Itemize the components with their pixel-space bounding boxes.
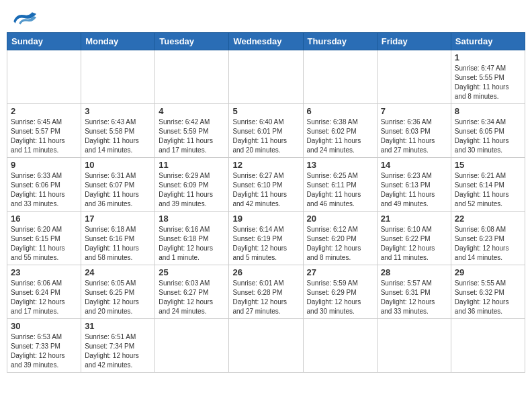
day-number: 9 — [11, 160, 77, 170]
calendar-cell: 30Sunrise: 6:53 AM Sunset: 7:33 PM Dayli… — [7, 319, 81, 373]
header — [7, 7, 525, 28]
day-number: 18 — [159, 214, 225, 224]
day-number: 3 — [85, 106, 151, 116]
calendar-cell: 10Sunrise: 6:31 AM Sunset: 6:07 PM Dayli… — [81, 158, 155, 212]
calendar-cell: 17Sunrise: 6:18 AM Sunset: 6:16 PM Dayli… — [81, 212, 155, 265]
calendar-cell — [303, 319, 377, 373]
weekday-header-thursday: Thursday — [303, 33, 377, 50]
day-info: Sunrise: 6:25 AM Sunset: 6:11 PM Dayligh… — [307, 171, 373, 209]
calendar-cell: 5Sunrise: 6:40 AM Sunset: 6:01 PM Daylig… — [229, 104, 303, 158]
calendar-cell: 1Sunrise: 6:47 AM Sunset: 5:55 PM Daylig… — [451, 50, 525, 104]
day-number: 16 — [11, 214, 77, 224]
day-info: Sunrise: 6:23 AM Sunset: 6:13 PM Dayligh… — [381, 171, 447, 209]
day-number: 2 — [11, 106, 77, 116]
day-info: Sunrise: 6:03 AM Sunset: 6:27 PM Dayligh… — [159, 279, 225, 316]
day-number: 1 — [455, 52, 521, 62]
day-number: 5 — [232, 106, 299, 116]
calendar-cell: 23Sunrise: 6:06 AM Sunset: 6:24 PM Dayli… — [7, 265, 81, 319]
day-number: 8 — [455, 106, 521, 116]
day-info: Sunrise: 6:40 AM Sunset: 6:01 PM Dayligh… — [232, 118, 299, 155]
day-number: 17 — [85, 214, 151, 224]
day-number: 30 — [11, 321, 77, 331]
weekday-header-saturday: Saturday — [451, 33, 525, 50]
day-number: 29 — [455, 267, 521, 277]
day-info: Sunrise: 6:21 AM Sunset: 6:14 PM Dayligh… — [455, 171, 521, 209]
day-info: Sunrise: 6:06 AM Sunset: 6:24 PM Dayligh… — [11, 279, 77, 316]
calendar-cell — [377, 319, 451, 373]
day-number: 25 — [159, 267, 225, 277]
week-row-3: 9Sunrise: 6:33 AM Sunset: 6:06 PM Daylig… — [7, 158, 525, 212]
calendar-cell: 20Sunrise: 6:12 AM Sunset: 6:20 PM Dayli… — [303, 212, 377, 265]
day-info: Sunrise: 6:10 AM Sunset: 6:22 PM Dayligh… — [381, 225, 447, 263]
day-number: 13 — [307, 160, 373, 170]
day-info: Sunrise: 6:36 AM Sunset: 6:03 PM Dayligh… — [381, 118, 447, 155]
day-info: Sunrise: 6:45 AM Sunset: 5:57 PM Dayligh… — [11, 118, 77, 155]
day-info: Sunrise: 5:57 AM Sunset: 6:31 PM Dayligh… — [381, 279, 447, 316]
week-row-6: 30Sunrise: 6:53 AM Sunset: 7:33 PM Dayli… — [7, 319, 525, 373]
calendar-cell: 21Sunrise: 6:10 AM Sunset: 6:22 PM Dayli… — [377, 212, 451, 265]
day-info: Sunrise: 6:34 AM Sunset: 6:05 PM Dayligh… — [455, 118, 521, 155]
day-info: Sunrise: 6:47 AM Sunset: 5:55 PM Dayligh… — [455, 64, 521, 101]
calendar-cell: 12Sunrise: 6:27 AM Sunset: 6:10 PM Dayli… — [229, 158, 303, 212]
day-info: Sunrise: 6:08 AM Sunset: 6:23 PM Dayligh… — [455, 225, 521, 263]
weekday-header-monday: Monday — [81, 33, 155, 50]
calendar-cell: 25Sunrise: 6:03 AM Sunset: 6:27 PM Dayli… — [155, 265, 229, 319]
day-number: 14 — [381, 160, 447, 170]
calendar-cell — [229, 319, 303, 373]
day-number: 31 — [85, 321, 151, 331]
calendar-cell: 6Sunrise: 6:38 AM Sunset: 6:02 PM Daylig… — [303, 104, 377, 158]
weekday-header-sunday: Sunday — [7, 33, 81, 50]
day-number: 10 — [85, 160, 151, 170]
calendar-cell: 2Sunrise: 6:45 AM Sunset: 5:57 PM Daylig… — [7, 104, 81, 158]
day-number: 6 — [307, 106, 373, 116]
day-number: 27 — [307, 267, 373, 277]
day-number: 15 — [455, 160, 521, 170]
day-info: Sunrise: 6:31 AM Sunset: 6:07 PM Dayligh… — [85, 171, 151, 209]
calendar-cell: 28Sunrise: 5:57 AM Sunset: 6:31 PM Dayli… — [377, 265, 451, 319]
calendar: SundayMondayTuesdayWednesdayThursdayFrid… — [7, 32, 525, 373]
day-info: Sunrise: 6:51 AM Sunset: 7:34 PM Dayligh… — [85, 332, 151, 370]
calendar-cell — [451, 319, 525, 373]
day-number: 11 — [159, 160, 225, 170]
week-row-1: 1Sunrise: 6:47 AM Sunset: 5:55 PM Daylig… — [7, 50, 525, 104]
day-info: Sunrise: 6:01 AM Sunset: 6:28 PM Dayligh… — [232, 279, 299, 316]
weekday-header-tuesday: Tuesday — [155, 33, 229, 50]
calendar-cell: 7Sunrise: 6:36 AM Sunset: 6:03 PM Daylig… — [377, 104, 451, 158]
calendar-cell: 24Sunrise: 6:05 AM Sunset: 6:25 PM Dayli… — [81, 265, 155, 319]
day-info: Sunrise: 6:27 AM Sunset: 6:10 PM Dayligh… — [232, 171, 299, 209]
calendar-cell — [81, 50, 155, 104]
calendar-cell — [7, 50, 81, 104]
weekday-header-friday: Friday — [377, 33, 451, 50]
day-number: 20 — [307, 214, 373, 224]
calendar-cell — [303, 50, 377, 104]
weekday-header-row: SundayMondayTuesdayWednesdayThursdayFrid… — [7, 33, 525, 50]
calendar-cell — [155, 50, 229, 104]
calendar-cell: 19Sunrise: 6:14 AM Sunset: 6:19 PM Dayli… — [229, 212, 303, 265]
calendar-cell — [377, 50, 451, 104]
day-info: Sunrise: 6:33 AM Sunset: 6:06 PM Dayligh… — [11, 171, 77, 209]
day-number: 4 — [159, 106, 225, 116]
week-row-2: 2Sunrise: 6:45 AM Sunset: 5:57 PM Daylig… — [7, 104, 525, 158]
calendar-cell — [155, 319, 229, 373]
day-number: 26 — [232, 267, 299, 277]
day-info: Sunrise: 6:16 AM Sunset: 6:18 PM Dayligh… — [159, 225, 225, 263]
day-info: Sunrise: 6:12 AM Sunset: 6:20 PM Dayligh… — [307, 225, 373, 263]
day-info: Sunrise: 6:53 AM Sunset: 7:33 PM Dayligh… — [11, 332, 77, 370]
day-info: Sunrise: 6:14 AM Sunset: 6:19 PM Dayligh… — [232, 225, 299, 263]
logo — [11, 9, 38, 26]
calendar-cell: 8Sunrise: 6:34 AM Sunset: 6:05 PM Daylig… — [451, 104, 525, 158]
week-row-4: 16Sunrise: 6:20 AM Sunset: 6:15 PM Dayli… — [7, 212, 525, 265]
day-number: 24 — [85, 267, 151, 277]
day-number: 22 — [455, 214, 521, 224]
day-info: Sunrise: 5:59 AM Sunset: 6:29 PM Dayligh… — [307, 279, 373, 316]
calendar-cell: 9Sunrise: 6:33 AM Sunset: 6:06 PM Daylig… — [7, 158, 81, 212]
day-number: 7 — [381, 106, 447, 116]
calendar-cell: 29Sunrise: 5:55 AM Sunset: 6:32 PM Dayli… — [451, 265, 525, 319]
calendar-cell: 27Sunrise: 5:59 AM Sunset: 6:29 PM Dayli… — [303, 265, 377, 319]
calendar-cell: 26Sunrise: 6:01 AM Sunset: 6:28 PM Dayli… — [229, 265, 303, 319]
day-info: Sunrise: 6:43 AM Sunset: 5:58 PM Dayligh… — [85, 118, 151, 155]
day-info: Sunrise: 6:20 AM Sunset: 6:15 PM Dayligh… — [11, 225, 77, 263]
calendar-cell: 15Sunrise: 6:21 AM Sunset: 6:14 PM Dayli… — [451, 158, 525, 212]
calendar-cell: 22Sunrise: 6:08 AM Sunset: 6:23 PM Dayli… — [451, 212, 525, 265]
day-info: Sunrise: 6:29 AM Sunset: 6:09 PM Dayligh… — [159, 171, 225, 209]
